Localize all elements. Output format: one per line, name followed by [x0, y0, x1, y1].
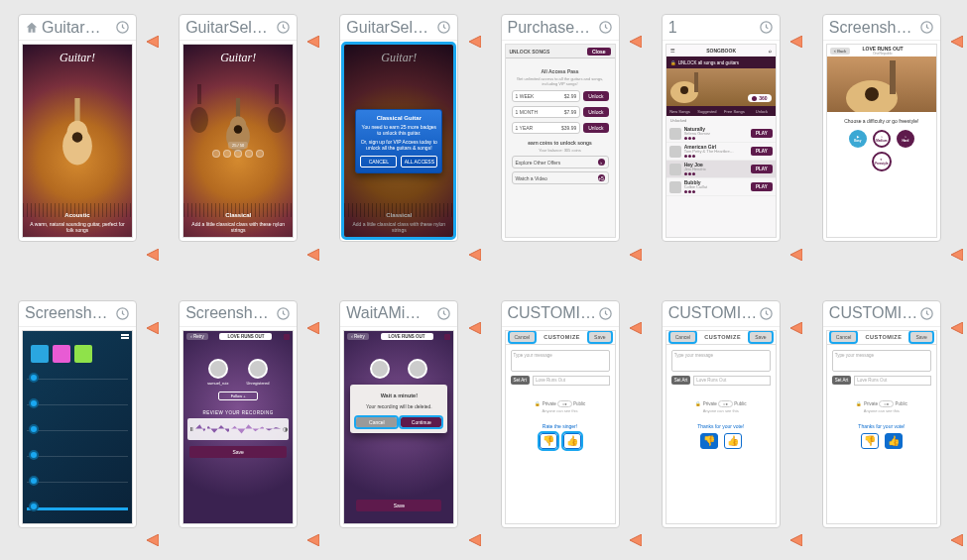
user-avatar[interactable]: samuel_ruiz — [207, 359, 229, 386]
flow-anchor-in-icon[interactable] — [467, 322, 481, 334]
screen-thumb[interactable]: < Back LOVE RUNS OUTOneRepublic Choose a… — [826, 44, 937, 238]
screen-thumb[interactable]: Guitar! 25 / 50 Classical Add a little c… — [182, 44, 294, 238]
screen-card-guitar-dialog[interactable]: GuitarSel… Guitar! Classical Add a littl… — [339, 14, 458, 242]
play-button[interactable]: PLAY — [751, 129, 773, 138]
play-pause-icon[interactable]: ⏸ — [187, 426, 195, 432]
screen-card-purchase[interactable]: Purchase… UNLOCK SONGS Close All Access … — [501, 14, 620, 242]
song-row[interactable]: BubblyColbie CaillatPLAY — [666, 178, 776, 196]
difficulty-medium-button[interactable]: ♫Medium — [873, 130, 891, 148]
thumbs-down-button[interactable]: 👎 — [540, 433, 557, 449]
flow-anchor-out-icon[interactable] — [467, 249, 481, 261]
close-button[interactable]: Close — [587, 48, 611, 56]
message-input[interactable]: Type your message — [511, 350, 610, 372]
screen-card-customize-rate[interactable]: CUSTOMI… Cancel CUSTOMIZE Save Type your… — [501, 300, 620, 528]
privacy-toggle[interactable]: 🔒Private ○● Public — [506, 401, 615, 406]
cancel-button[interactable]: Cancel — [356, 417, 397, 427]
play-button[interactable]: PLAY — [751, 182, 773, 191]
flow-anchor-in-icon[interactable] — [949, 36, 963, 48]
flow-anchor-out-icon[interactable] — [467, 534, 481, 546]
unlock-button[interactable]: Unlock — [583, 107, 608, 117]
flow-anchor-in-icon[interactable] — [628, 36, 642, 48]
save-button[interactable]: Save — [189, 446, 287, 458]
screen-card-wait-dialog[interactable]: WaitAMi… ‹ Retry LOVE RUNS OUT Save Wait… — [339, 300, 458, 528]
message-input[interactable]: Type your message — [832, 350, 931, 372]
screen-thumb[interactable]: Cancel CUSTOMIZE Save Type your message … — [665, 330, 777, 524]
unlock-button[interactable]: Unlock — [583, 91, 608, 101]
flow-anchor-in-icon[interactable] — [788, 36, 802, 48]
cancel-button[interactable]: Cancel — [831, 332, 857, 342]
flow-anchor-out-icon[interactable] — [145, 534, 159, 546]
flow-anchor-out-icon[interactable] — [628, 249, 642, 261]
play-button[interactable]: PLAY — [751, 147, 773, 156]
waveform-player[interactable]: ⏸ ◑ — [187, 418, 289, 440]
tab-unlock[interactable]: Unlock — [748, 106, 776, 116]
flow-anchor-in-icon[interactable] — [788, 322, 802, 334]
song-row[interactable]: Hey JoeJimi HendrixPLAY — [666, 161, 776, 178]
follow-button[interactable]: Follow + — [218, 392, 258, 400]
screen-thumb[interactable]: ‹ Retry LOVE RUNS OUT Save Wait a minute… — [343, 330, 454, 524]
flow-anchor-out-icon[interactable] — [949, 249, 963, 261]
privacy-toggle[interactable]: 🔒Private ○● Public — [827, 401, 936, 406]
cancel-button[interactable]: Cancel — [510, 332, 536, 342]
flow-anchor-out-icon[interactable] — [305, 249, 319, 261]
unlock-button[interactable]: Unlock — [583, 123, 608, 133]
play-button[interactable]: PLAY — [751, 165, 773, 173]
save-button[interactable]: Save — [589, 332, 610, 342]
save-button[interactable]: Save — [750, 332, 771, 342]
flow-anchor-in-icon[interactable] — [145, 322, 159, 334]
song-field[interactable]: Love Runs Out — [693, 376, 770, 386]
tab-free[interactable]: Free Songs — [721, 106, 749, 116]
trim-end-icon[interactable]: ◑ — [281, 425, 289, 432]
menu-icon[interactable] — [121, 334, 129, 340]
flow-anchor-out-icon[interactable] — [949, 534, 963, 546]
thumbs-up-button[interactable]: 👍 — [885, 433, 903, 449]
screen-thumb[interactable]: Guitar! Acoustic A warm, natural soundin… — [22, 44, 133, 238]
cancel-button[interactable]: CANCEL — [360, 156, 397, 168]
tab-new[interactable]: New Songs — [666, 106, 694, 116]
share-icon[interactable] — [444, 334, 450, 340]
cancel-button[interactable]: Cancel — [670, 332, 696, 342]
retry-button[interactable]: ‹ Retry — [347, 333, 369, 340]
screen-card-difficulty[interactable]: Screensh… < Back LOVE RUNS OUTOneRepubli… — [822, 14, 941, 242]
thumbs-down-button[interactable]: 👎 — [861, 433, 879, 449]
menu-icon[interactable]: ☰ — [670, 48, 674, 54]
chord-pads[interactable] — [31, 345, 92, 363]
flow-anchor-out-icon[interactable] — [145, 249, 159, 261]
difficulty-hard-button[interactable]: ♫Hard — [897, 130, 914, 148]
screen-card-songbook[interactable]: 1 ☰ SONGBOOK ⌕ 🔒UNLOCK all songs and gui… — [662, 14, 781, 242]
retry-button[interactable]: ‹ Retry — [186, 333, 208, 340]
screen-thumb[interactable]: Guitar! Classical Add a little classical… — [343, 44, 454, 238]
back-button[interactable]: < Back — [830, 48, 850, 55]
screen-thumb[interactable]: Cancel CUSTOMIZE Save Type your message … — [505, 330, 616, 524]
screen-card-customize-thanks-down[interactable]: CUSTOMI… Cancel CUSTOMIZE Save Type your… — [662, 300, 781, 528]
privacy-toggle[interactable]: 🔒Private ○● Public — [666, 401, 776, 406]
difficulty-easy-button[interactable]: ▶Easy — [849, 130, 867, 148]
set-art-button[interactable]: Set Art — [511, 376, 531, 385]
thumbs-up-button[interactable]: 👍 — [563, 433, 581, 449]
flow-anchor-in-icon[interactable] — [628, 322, 642, 334]
screen-card-review[interactable]: Screensh… ‹ Retry LOVE RUNS OUT samuel_r… — [179, 300, 298, 528]
flow-anchor-out-icon[interactable] — [305, 534, 319, 546]
song-field[interactable]: Love Runs Out — [854, 376, 930, 386]
flow-anchor-in-icon[interactable] — [467, 36, 481, 48]
flow-anchor-out-icon[interactable] — [628, 534, 642, 546]
flow-anchor-in-icon[interactable] — [305, 36, 319, 48]
explore-offers-button[interactable]: Explore Other Offers› — [512, 156, 609, 168]
set-art-button[interactable]: Set Art — [671, 376, 691, 385]
song-field[interactable]: Love Runs Out — [533, 376, 609, 386]
screen-card-guitar-acoustic[interactable]: Guitar… Guitar! Acoustic A warm, natural… — [18, 14, 137, 242]
flow-anchor-in-icon[interactable] — [949, 322, 963, 334]
screen-thumb[interactable]: Cancel CUSTOMIZE Save Type your message … — [826, 330, 937, 524]
screen-card-gameplay[interactable]: Screensh… — [18, 300, 137, 528]
screen-thumb[interactable]: ☰ SONGBOOK ⌕ 🔒UNLOCK all songs and guita… — [665, 44, 777, 238]
user-avatar[interactable]: Unregistered — [246, 359, 269, 386]
save-button[interactable]: Save — [910, 332, 931, 342]
flow-anchor-out-icon[interactable] — [788, 249, 802, 261]
difficulty-freestyle-button[interactable]: ✦Freestyle — [872, 152, 892, 171]
thumbs-up-button[interactable]: 👍 — [724, 433, 742, 449]
screen-thumb[interactable] — [22, 330, 133, 524]
promo-banner[interactable]: 🔒UNLOCK all songs and guitars — [666, 56, 776, 68]
set-art-button[interactable]: Set Art — [832, 376, 852, 385]
screen-thumb[interactable]: UNLOCK SONGS Close All Access Pass Get u… — [505, 44, 616, 238]
flow-anchor-in-icon[interactable] — [305, 322, 319, 334]
